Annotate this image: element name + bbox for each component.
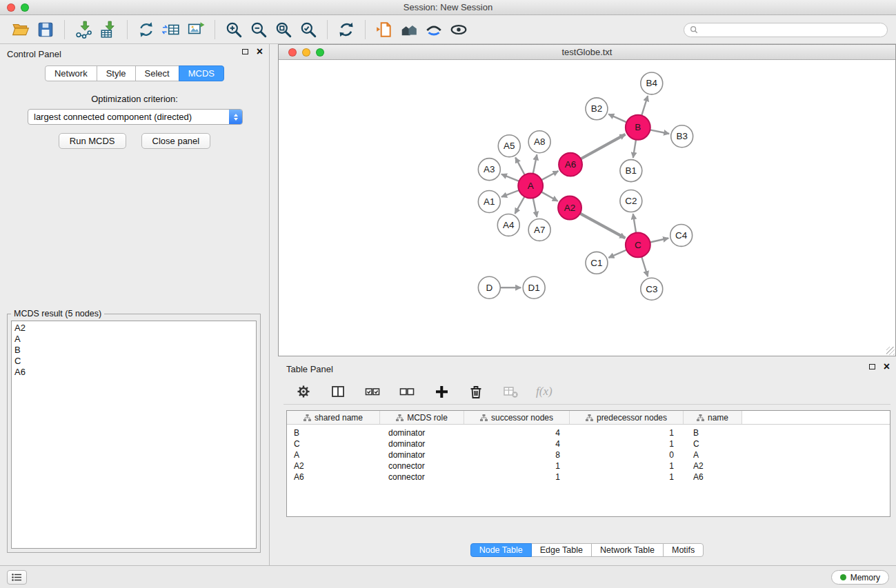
network-node-B2[interactable]: B2 — [586, 98, 608, 120]
network-edge-B-B4[interactable] — [641, 96, 648, 116]
network-edge-A-A4[interactable] — [515, 196, 525, 214]
new-network-from-table-button[interactable] — [159, 18, 183, 41]
network-node-B1[interactable]: B1 — [620, 160, 642, 182]
close-panel-button[interactable]: Close panel — [141, 133, 211, 149]
network-node-C3[interactable]: C3 — [641, 278, 663, 300]
table-tab-network-table[interactable]: Network Table — [591, 543, 664, 557]
network-edge-A-A3[interactable] — [501, 174, 519, 181]
network-node-A6[interactable]: A6 — [559, 153, 582, 176]
network-canvas[interactable]: B4B2BB3A5A8A6B1A3AA1A2C2A4A7C4CC1C3DD1 — [279, 60, 895, 356]
network-edge-C-C2[interactable] — [633, 214, 636, 232]
search-field[interactable] — [684, 23, 888, 37]
network-node-B[interactable]: B — [626, 115, 650, 140]
network-edge-B-B1[interactable] — [633, 140, 636, 158]
network-edge-A-A6[interactable] — [541, 171, 558, 180]
import-table-from-file-button[interactable] — [96, 18, 121, 41]
network-edge-B-B2[interactable] — [608, 114, 626, 123]
network-node-A8[interactable]: A8 — [528, 131, 550, 153]
float-panel-icon[interactable] — [869, 364, 875, 369]
network-edge-B-B3[interactable] — [650, 130, 669, 134]
tab-network[interactable]: Network — [45, 65, 97, 81]
table-row[interactable]: Adominator80A — [287, 449, 890, 460]
close-panel-icon[interactable]: × — [884, 363, 890, 370]
result-item[interactable]: A6 — [12, 367, 256, 378]
zoom-out-button[interactable] — [246, 18, 271, 41]
column-header-predecessor-nodes[interactable]: predecessor nodes — [570, 411, 684, 424]
network-node-C[interactable]: C — [626, 232, 650, 257]
clone-network-button[interactable] — [134, 18, 159, 41]
delete-table-button[interactable] — [501, 382, 519, 401]
network-node-A5[interactable]: A5 — [498, 135, 520, 157]
network-node-A[interactable]: A — [518, 174, 543, 199]
network-node-D[interactable]: D — [478, 276, 500, 298]
network-edge-A6-B[interactable] — [581, 134, 626, 159]
network-edge-A-A7[interactable] — [533, 198, 537, 217]
network-node-B3[interactable]: B3 — [671, 125, 693, 148]
table-tab-edge-table[interactable]: Edge Table — [531, 543, 592, 557]
delete-columns-button[interactable] — [467, 382, 485, 401]
function-builder-button[interactable]: f(x) — [536, 382, 552, 401]
network-edge-A-A2[interactable] — [541, 192, 558, 201]
network-node-A2[interactable]: A2 — [558, 196, 581, 220]
search-input[interactable] — [701, 25, 882, 34]
column-header-shared-name[interactable]: shared name — [287, 411, 380, 424]
network-node-A1[interactable]: A1 — [478, 191, 500, 213]
table-tab-motifs[interactable]: Motifs — [663, 543, 704, 557]
close-window-button[interactable] — [288, 48, 297, 57]
table-row[interactable]: Cdominator41C — [287, 438, 890, 449]
network-node-A3[interactable]: A3 — [478, 159, 500, 181]
network-node-B4[interactable]: B4 — [641, 72, 663, 94]
result-item[interactable]: C — [12, 356, 256, 367]
result-item[interactable]: B — [12, 345, 256, 356]
network-view[interactable]: B4B2BB3A5A8A6B1A3AA1A2C2A4A7C4CC1C3DD1 — [279, 60, 895, 356]
zoom-window-button[interactable] — [316, 48, 324, 57]
network-node-C1[interactable]: C1 — [586, 252, 608, 274]
zoom-fit-button[interactable] — [271, 18, 296, 41]
save-session-button[interactable] — [33, 18, 58, 41]
hide-panels-button[interactable] — [446, 18, 471, 41]
close-panel-icon[interactable]: × — [257, 48, 263, 55]
open-session-button[interactable] — [8, 18, 33, 41]
select-all-rows-button[interactable] — [364, 382, 381, 401]
close-window-button[interactable] — [7, 3, 15, 12]
network-edge-A-A1[interactable] — [501, 190, 519, 197]
run-mcds-button[interactable]: Run MCDS — [59, 133, 126, 149]
table-row[interactable]: Bdominator41B — [287, 427, 890, 438]
optimization-criterion-select[interactable]: largest connected component (directed) — [28, 109, 243, 125]
network-node-A7[interactable]: A7 — [528, 219, 550, 241]
network-node-D1[interactable]: D1 — [523, 276, 545, 298]
show-graphics-details-button[interactable] — [421, 18, 446, 41]
zoom-window-button[interactable] — [21, 3, 29, 12]
column-header-name[interactable]: name — [684, 411, 742, 424]
network-node-A4[interactable]: A4 — [497, 214, 519, 236]
table-mode-button[interactable] — [295, 382, 312, 401]
table-row[interactable]: A6connector11A6 — [287, 472, 890, 483]
network-edge-C-C3[interactable] — [641, 257, 648, 277]
column-header-MCDS-role[interactable]: MCDS role — [380, 411, 464, 424]
tab-mcds[interactable]: MCDS — [179, 65, 224, 81]
result-item[interactable]: A — [12, 334, 256, 345]
network-edge-A-A8[interactable] — [533, 154, 537, 174]
network-overview-button[interactable] — [397, 18, 421, 41]
show-panel-list-button[interactable] — [7, 570, 27, 585]
tab-select[interactable]: Select — [135, 65, 179, 81]
network-edge-A2-C[interactable] — [580, 214, 625, 239]
float-panel-icon[interactable] — [242, 49, 248, 54]
network-edge-C-C4[interactable] — [650, 239, 668, 243]
mcds-result-list[interactable]: A2ABCA6 — [11, 321, 257, 549]
network-edge-C-C1[interactable] — [608, 250, 626, 258]
show-columns-button[interactable] — [329, 382, 347, 401]
deselect-all-rows-button[interactable] — [398, 382, 416, 401]
resize-grip[interactable] — [886, 347, 895, 355]
memory-button[interactable]: Memory — [831, 570, 889, 585]
tab-style[interactable]: Style — [97, 65, 136, 81]
network-node-C2[interactable]: C2 — [620, 190, 642, 212]
table-tab-node-table[interactable]: Node Table — [470, 543, 532, 557]
result-item[interactable]: A2 — [12, 323, 256, 334]
minimize-window-button[interactable] — [302, 48, 310, 57]
network-node-C4[interactable]: C4 — [670, 224, 693, 246]
zoom-in-button[interactable] — [221, 18, 246, 41]
export-image-button[interactable] — [183, 18, 208, 41]
import-network-from-file-button[interactable] — [71, 18, 96, 41]
refresh-view-button[interactable] — [334, 18, 359, 41]
